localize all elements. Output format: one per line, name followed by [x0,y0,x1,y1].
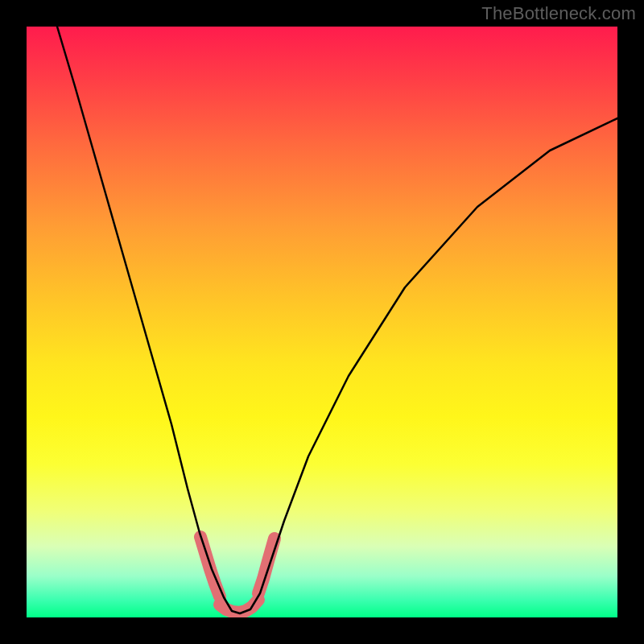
series-highlight-right [258,539,275,593]
outer-frame: TheBottleneck.com [0,0,644,644]
curve-svg [27,27,617,617]
series-bottleneck-curve [57,27,617,613]
plot-area [27,27,617,617]
attribution-label: TheBottleneck.com [481,3,636,24]
